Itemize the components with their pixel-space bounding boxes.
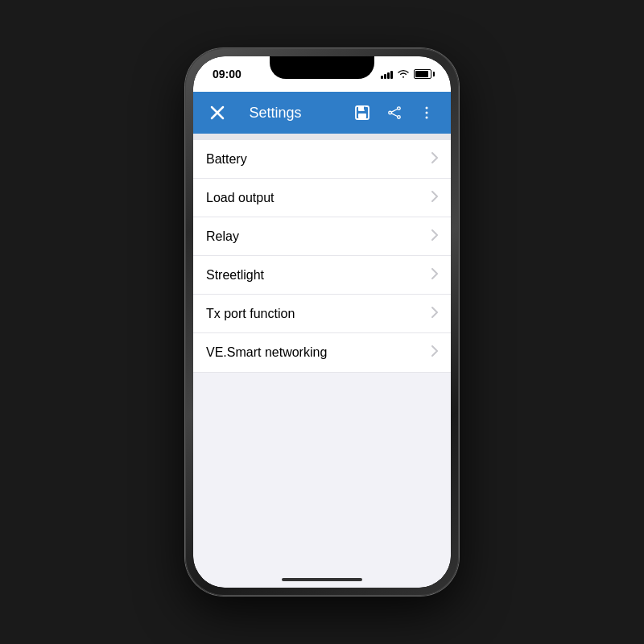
svg-point-12 xyxy=(426,112,428,114)
chevron-icon-ve-smart xyxy=(431,345,438,360)
more-button[interactable] xyxy=(412,98,441,127)
chevron-icon-load-output xyxy=(431,191,438,205)
chevron-icon-relay xyxy=(431,229,438,244)
status-icons xyxy=(381,68,431,80)
menu-item-tx-port[interactable]: Tx port function xyxy=(193,295,451,333)
status-bar: 09:00 xyxy=(193,56,451,92)
menu-item-streetlight[interactable]: Streetlight xyxy=(193,256,451,295)
svg-rect-4 xyxy=(358,114,366,118)
notch xyxy=(270,56,374,79)
menu-item-label-load-output: Load output xyxy=(206,191,275,205)
svg-rect-3 xyxy=(358,106,365,111)
app-bar: Settings xyxy=(193,92,451,134)
content-area xyxy=(193,373,451,588)
screen: 09:00 xyxy=(193,56,451,588)
battery-status-icon xyxy=(414,69,431,79)
menu-item-battery[interactable]: Battery xyxy=(193,140,451,179)
menu-item-label-relay: Relay xyxy=(206,229,239,244)
section-divider xyxy=(193,134,451,140)
svg-point-11 xyxy=(426,107,428,109)
chevron-icon-streetlight xyxy=(431,268,438,283)
save-button[interactable] xyxy=(348,98,377,127)
share-button[interactable] xyxy=(380,98,409,127)
menu-item-ve-smart[interactable]: VE.Smart networking xyxy=(193,333,451,372)
menu-item-label-streetlight: Streetlight xyxy=(206,268,264,283)
menu-item-label-ve-smart: VE.Smart networking xyxy=(206,345,327,360)
home-indicator[interactable] xyxy=(282,578,362,581)
page-title: Settings xyxy=(203,105,348,122)
svg-rect-5 xyxy=(364,107,365,110)
svg-line-9 xyxy=(391,109,397,113)
svg-line-10 xyxy=(391,114,397,117)
wifi-icon xyxy=(397,68,410,80)
menu-item-label-battery: Battery xyxy=(206,152,247,167)
menu-item-label-tx-port: Tx port function xyxy=(206,307,295,321)
chevron-icon-battery xyxy=(431,152,438,167)
settings-list: BatteryLoad outputRelayStreetlightTx por… xyxy=(193,140,451,372)
phone-frame: 09:00 xyxy=(185,48,459,596)
signal-icon xyxy=(381,69,393,79)
svg-point-13 xyxy=(426,117,428,119)
status-time: 09:00 xyxy=(213,68,242,80)
app-bar-actions xyxy=(348,98,441,127)
chevron-icon-tx-port xyxy=(431,307,438,321)
phone-inner: 09:00 xyxy=(193,56,451,588)
menu-item-load-output[interactable]: Load output xyxy=(193,179,451,217)
menu-item-relay[interactable]: Relay xyxy=(193,217,451,256)
